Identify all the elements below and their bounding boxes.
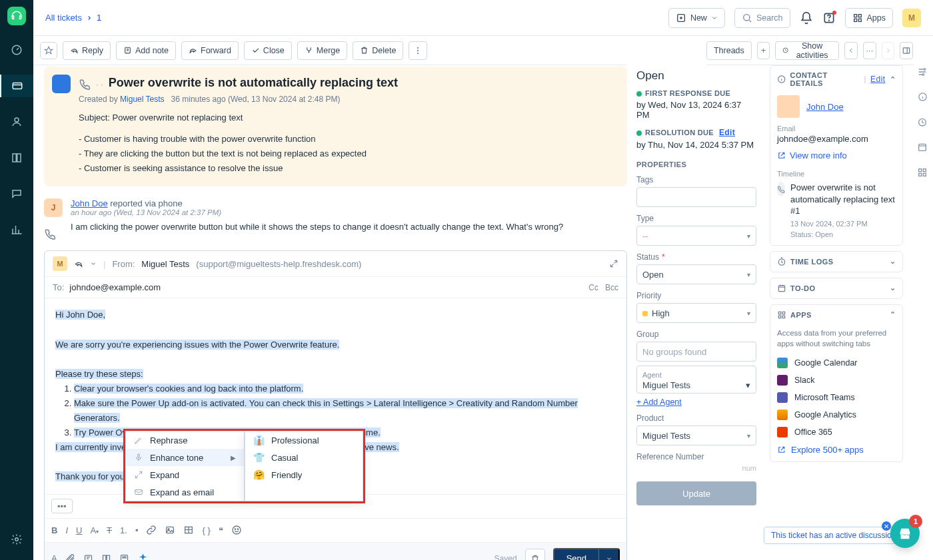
reply-button[interactable]: Reply bbox=[63, 41, 111, 60]
time-logs-card[interactable]: TIME LOGS⌄ bbox=[770, 251, 903, 272]
brand-logo[interactable] bbox=[7, 7, 26, 25]
apps-button[interactable]: Apps bbox=[845, 8, 894, 28]
help-button[interactable] bbox=[822, 11, 836, 25]
code-button[interactable]: { } bbox=[202, 525, 210, 535]
app-item-teams[interactable]: Microsoft Teams bbox=[777, 389, 896, 406]
group-select[interactable]: No groups found bbox=[636, 342, 756, 362]
more-button[interactable] bbox=[409, 41, 427, 60]
product-select[interactable]: Miguel Tests▾ bbox=[636, 425, 756, 445]
app-item-gcal[interactable]: Google Calendar bbox=[777, 354, 896, 372]
text-button[interactable]: A bbox=[51, 553, 57, 560]
todo-card[interactable]: TO-DO⌄ bbox=[770, 278, 903, 299]
agent-select[interactable]: Agent Miguel Tests▾ bbox=[636, 366, 756, 394]
expand-compose-button[interactable] bbox=[609, 259, 618, 268]
add-thread-button[interactable]: + bbox=[757, 42, 770, 59]
bold-button[interactable]: B bbox=[51, 525, 57, 535]
tags-input[interactable] bbox=[636, 187, 756, 207]
ticket-state[interactable]: Open bbox=[636, 69, 756, 83]
search-button[interactable]: Search bbox=[734, 8, 790, 28]
stopwatch-icon[interactable] bbox=[917, 117, 928, 127]
tone-friendly[interactable]: 🤗Friendly bbox=[245, 466, 363, 483]
collapse-contact-button[interactable]: ⌃ bbox=[890, 75, 896, 84]
ticket-more-button[interactable]: ··· bbox=[863, 42, 876, 59]
calendar-icon[interactable] bbox=[917, 142, 928, 152]
quote-button[interactable]: ❝ bbox=[219, 525, 223, 535]
chevron-down-icon[interactable] bbox=[90, 260, 97, 267]
notifications-bell[interactable] bbox=[800, 11, 813, 25]
app-item-slack[interactable]: Slack bbox=[777, 372, 896, 389]
threads-button[interactable]: Threads bbox=[706, 41, 752, 60]
status-select[interactable]: Open▾ bbox=[636, 264, 756, 284]
clear-format-button[interactable]: T bbox=[107, 525, 112, 535]
ctx-expand-email[interactable]: Expand as email bbox=[126, 483, 244, 501]
reply-icon[interactable] bbox=[74, 259, 83, 268]
edit-resolution-due[interactable]: Edit bbox=[719, 128, 735, 137]
underline-button[interactable]: U bbox=[76, 525, 82, 535]
italic-button[interactable]: I bbox=[65, 525, 68, 535]
discard-button[interactable] bbox=[525, 549, 545, 561]
attachment-icon[interactable] bbox=[65, 553, 75, 560]
contact-name-link[interactable]: John Doe bbox=[806, 102, 844, 112]
info-icon[interactable] bbox=[918, 92, 928, 102]
rail-tickets[interactable] bbox=[0, 75, 33, 97]
send-button[interactable]: Send bbox=[553, 548, 620, 561]
compose-to-value[interactable]: johndoe@example.com bbox=[69, 282, 161, 292]
explore-apps-link[interactable]: Explore 500+ apps bbox=[777, 445, 896, 455]
close-button[interactable]: Close bbox=[244, 41, 292, 60]
image-icon[interactable] bbox=[165, 525, 175, 535]
user-avatar[interactable]: M bbox=[902, 9, 921, 27]
collapse-apps-button[interactable]: ⌃ bbox=[890, 310, 896, 319]
sidebar-toggle-button[interactable] bbox=[900, 42, 913, 59]
message-user-link[interactable]: John Doe bbox=[71, 198, 108, 208]
priority-select[interactable]: High▾ bbox=[636, 303, 756, 323]
star-button[interactable] bbox=[40, 42, 57, 59]
grid-icon[interactable] bbox=[917, 167, 928, 178]
merge-button[interactable]: Merge bbox=[297, 41, 347, 60]
show-activities-button[interactable]: Show activities bbox=[775, 41, 839, 60]
ticket-author-link[interactable]: Miguel Tests bbox=[120, 95, 164, 104]
ul-button[interactable]: • bbox=[135, 525, 139, 535]
cc-toggle[interactable]: Cc bbox=[588, 283, 598, 292]
ctx-expand[interactable]: Expand bbox=[126, 466, 244, 483]
delete-button[interactable]: Delete bbox=[353, 41, 403, 60]
canned-response-icon[interactable] bbox=[83, 553, 93, 560]
view-more-link[interactable]: View more info bbox=[777, 150, 896, 160]
ctx-enhance-tone[interactable]: Enhance tone▶ bbox=[126, 449, 244, 466]
timeline-item-title[interactable]: Power overwrite is not automatically rep… bbox=[790, 182, 896, 217]
close-discussion-pill[interactable]: ✕ bbox=[882, 521, 891, 531]
update-button[interactable]: Update bbox=[636, 481, 756, 505]
add-note-button[interactable]: Add note bbox=[116, 41, 176, 60]
marketplace-fab[interactable]: 1 bbox=[890, 519, 920, 548]
edit-contact-link[interactable]: Edit bbox=[870, 75, 885, 84]
template-icon[interactable] bbox=[119, 553, 129, 560]
rail-dashboard[interactable] bbox=[0, 39, 33, 61]
rail-social[interactable] bbox=[0, 182, 33, 205]
tone-casual[interactable]: 👕Casual bbox=[245, 449, 363, 466]
forward-button[interactable]: Forward bbox=[181, 41, 239, 60]
table-icon[interactable] bbox=[183, 525, 194, 535]
ol-button[interactable]: 1. bbox=[120, 525, 127, 535]
collapse-quote-button[interactable]: ••• bbox=[51, 499, 73, 513]
add-agent-link[interactable]: + Add Agent bbox=[636, 398, 682, 407]
rail-settings[interactable] bbox=[0, 528, 33, 551]
app-item-ga[interactable]: Google Analytics bbox=[777, 406, 896, 423]
link-icon[interactable] bbox=[146, 525, 157, 535]
next-ticket-button[interactable] bbox=[882, 42, 895, 59]
font-color-button[interactable]: A▾ bbox=[90, 525, 99, 535]
app-item-o365[interactable]: Office 365 bbox=[777, 423, 896, 441]
bcc-toggle[interactable]: Bcc bbox=[605, 283, 618, 292]
send-options-button[interactable] bbox=[598, 549, 618, 561]
rail-knowledge[interactable] bbox=[0, 146, 33, 169]
tone-professional[interactable]: 👔Professional bbox=[245, 431, 363, 449]
rail-reports[interactable] bbox=[0, 218, 33, 241]
type-select[interactable]: --▾ bbox=[636, 226, 756, 246]
emoji-icon[interactable] bbox=[231, 525, 242, 535]
rail-contacts[interactable] bbox=[0, 111, 33, 133]
ctx-rephrase[interactable]: Rephrase bbox=[126, 431, 244, 449]
ai-assist-icon[interactable] bbox=[137, 553, 149, 560]
kb-article-icon[interactable] bbox=[101, 553, 111, 560]
breadcrumb-root[interactable]: All tickets bbox=[45, 13, 82, 23]
sliders-icon[interactable] bbox=[917, 67, 928, 77]
new-button[interactable]: New bbox=[668, 8, 725, 28]
prev-ticket-button[interactable] bbox=[844, 42, 858, 59]
